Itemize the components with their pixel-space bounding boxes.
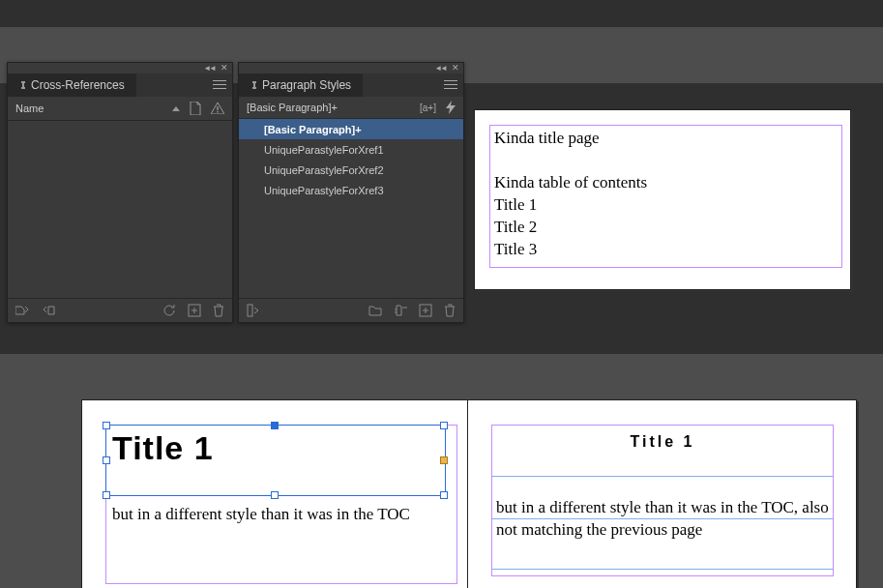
collapse-icon[interactable]: ◄◄ bbox=[434, 64, 446, 73]
text-line: Title 3 bbox=[494, 239, 838, 261]
style-item-xref2[interactable]: UniqueParastyleForXref2 bbox=[239, 160, 463, 180]
quick-apply-icon[interactable] bbox=[446, 101, 456, 114]
panel-menu-icon[interactable] bbox=[213, 80, 226, 90]
top-bar bbox=[0, 0, 883, 27]
text-line: Title 2 bbox=[494, 217, 838, 239]
text-line: Kinda title page bbox=[494, 128, 838, 150]
selection-handle[interactable] bbox=[440, 422, 448, 429]
style-label: UniqueParastyleForXref2 bbox=[264, 164, 384, 176]
tab-label: Paragraph Styles bbox=[262, 78, 351, 92]
column-header: Name bbox=[8, 97, 232, 121]
clear-overrides-icon[interactable] bbox=[394, 305, 407, 316]
baseline-guide bbox=[492, 569, 833, 570]
panel-titlebar: ◄◄ ✕ bbox=[8, 63, 232, 74]
go-to-source-icon[interactable] bbox=[15, 305, 31, 316]
panel-footer bbox=[8, 298, 232, 322]
trash-icon[interactable] bbox=[213, 304, 224, 317]
paragraph-styles-panel: ◄◄ ✕ Paragraph Styles [Basic Paragraph]+… bbox=[238, 62, 464, 323]
style-list: [Basic Paragraph]+ UniqueParastyleForXre… bbox=[239, 119, 463, 291]
panel-tabbar: Cross-References bbox=[8, 74, 232, 97]
style-label: UniqueParastyleForXref3 bbox=[264, 185, 384, 196]
document-page-1[interactable]: Kinda title page Kinda table of contents… bbox=[474, 109, 851, 290]
selection-handle[interactable] bbox=[440, 491, 448, 499]
selection-handle[interactable] bbox=[271, 491, 279, 499]
close-icon[interactable]: ✕ bbox=[452, 64, 459, 73]
selection-handle[interactable] bbox=[103, 422, 110, 429]
body-text: but in a different style than it was in … bbox=[112, 504, 451, 526]
selection-handle[interactable] bbox=[103, 456, 110, 464]
selection-handle[interactable] bbox=[271, 422, 279, 429]
page-icon[interactable] bbox=[190, 102, 201, 115]
panel-menu-icon[interactable] bbox=[444, 80, 457, 90]
svg-rect-3 bbox=[248, 305, 252, 316]
selection-bounds[interactable] bbox=[105, 425, 446, 496]
blank-line bbox=[494, 150, 838, 172]
tab-cross-references[interactable]: Cross-References bbox=[8, 74, 136, 97]
go-to-dest-icon[interactable] bbox=[43, 305, 58, 316]
column-name-label: Name bbox=[15, 103, 44, 114]
document-page-2[interactable]: Title 1 but in a different style than it… bbox=[81, 399, 469, 588]
text-frame[interactable]: Kinda title page Kinda table of contents… bbox=[489, 125, 842, 268]
svg-rect-1 bbox=[217, 111, 218, 112]
collapse-icon[interactable]: ◄◄ bbox=[203, 64, 215, 73]
style-item-xref1[interactable]: UniqueParastyleForXref1 bbox=[239, 139, 463, 160]
sort-icon[interactable] bbox=[172, 106, 180, 111]
style-item-xref3[interactable]: UniqueParastyleForXref3 bbox=[239, 180, 463, 200]
style-item-basic-paragraph[interactable]: [Basic Paragraph]+ bbox=[239, 119, 463, 139]
panel-footer bbox=[239, 298, 463, 322]
style-label: [Basic Paragraph]+ bbox=[264, 124, 362, 135]
trash-icon[interactable] bbox=[444, 304, 456, 317]
map-styles-icon[interactable] bbox=[247, 304, 260, 317]
folder-icon[interactable] bbox=[368, 305, 382, 316]
body-text: but in a different style than it was in … bbox=[492, 451, 833, 542]
applied-style-label: [Basic Paragraph]+ bbox=[247, 102, 338, 113]
new-crossref-icon[interactable] bbox=[188, 304, 201, 317]
refresh-icon[interactable] bbox=[162, 304, 176, 317]
applied-style-row: [Basic Paragraph]+ [a+] bbox=[239, 97, 463, 119]
out-port-handle[interactable] bbox=[440, 456, 448, 464]
panel-tabbar: Paragraph Styles bbox=[239, 74, 463, 97]
tab-label: Cross-References bbox=[31, 78, 125, 92]
link-icon bbox=[19, 80, 27, 90]
new-style-icon[interactable] bbox=[419, 304, 432, 317]
close-icon[interactable]: ✕ bbox=[221, 64, 228, 73]
baseline-guide bbox=[492, 476, 833, 477]
cross-references-panel: ◄◄ ✕ Cross-References Name bbox=[7, 62, 233, 323]
text-line: Kinda table of contents bbox=[494, 172, 838, 194]
warning-icon[interactable] bbox=[211, 103, 224, 114]
svg-rect-0 bbox=[217, 106, 218, 110]
selection-handle[interactable] bbox=[103, 491, 110, 499]
panel-titlebar: ◄◄ ✕ bbox=[239, 63, 463, 74]
document-page-3[interactable]: Title 1 but in a different style than it… bbox=[467, 399, 857, 588]
title-text: Title 1 bbox=[492, 426, 833, 451]
crossref-list bbox=[8, 121, 232, 293]
baseline-guide bbox=[492, 518, 833, 519]
text-line: Title 1 bbox=[494, 194, 838, 217]
text-frame[interactable]: Title 1 but in a different style than it… bbox=[491, 425, 834, 576]
style-label: UniqueParastyleForXref1 bbox=[264, 144, 384, 156]
override-badge-icon[interactable]: [a+] bbox=[420, 103, 436, 113]
link-icon bbox=[250, 80, 258, 90]
tab-paragraph-styles[interactable]: Paragraph Styles bbox=[239, 74, 363, 97]
